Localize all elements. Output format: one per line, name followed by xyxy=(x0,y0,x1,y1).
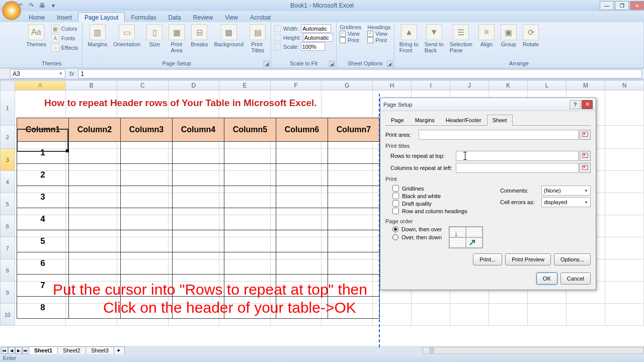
formula-input[interactable] xyxy=(78,69,642,78)
row-header-7[interactable]: 7 xyxy=(0,237,15,259)
errors-select[interactable]: displayed▼ xyxy=(541,197,591,207)
send-back-button[interactable]: ▼Send toBack xyxy=(423,23,446,54)
size-button[interactable]: ▯Size xyxy=(144,23,165,48)
col-header-I[interactable]: I xyxy=(412,80,450,90)
table-header[interactable]: Column7 xyxy=(328,118,380,142)
tab-review[interactable]: Review xyxy=(187,13,219,22)
table-header[interactable]: Column3 xyxy=(121,118,173,142)
chevron-down-icon[interactable]: ▾ xyxy=(49,2,57,10)
table-cell[interactable]: 5 xyxy=(17,230,69,252)
row-header-8[interactable]: 8 xyxy=(0,259,15,282)
sheet-nav-first[interactable]: ⏮ xyxy=(1,347,8,354)
table-cell[interactable] xyxy=(276,186,328,208)
rotate-button[interactable]: ⟳Rotate xyxy=(521,23,541,48)
table-cell[interactable] xyxy=(224,208,276,230)
gridlines-print-check[interactable] xyxy=(340,37,346,43)
selection-pane-button[interactable]: ☰SelectionPane xyxy=(448,23,474,54)
table-cell[interactable] xyxy=(173,230,224,252)
rows-repeat-input[interactable] xyxy=(456,151,579,161)
width-input[interactable] xyxy=(301,24,331,33)
table-header[interactable]: Column1 xyxy=(17,118,69,142)
row-header-5[interactable]: 5 xyxy=(0,193,15,215)
horizontal-scrollbar[interactable] xyxy=(423,347,644,354)
align-button[interactable]: ≡Align xyxy=(476,23,497,48)
table-cell[interactable] xyxy=(328,208,380,230)
table-cell[interactable] xyxy=(276,252,328,275)
sheet-tab-2[interactable]: Sheet2 xyxy=(57,346,86,354)
dlg-options-button[interactable]: Options... xyxy=(554,253,591,265)
row-header-1[interactable]: 1 xyxy=(0,90,15,126)
table-cell[interactable]: 6 xyxy=(17,252,69,275)
group-button[interactable]: ▣Group xyxy=(499,23,519,48)
table-cell[interactable] xyxy=(121,186,173,208)
col-header-G[interactable]: G xyxy=(321,80,373,90)
gridlines-view-check[interactable] xyxy=(340,31,346,37)
tab-acrobat[interactable]: Acrobat xyxy=(244,13,277,22)
sheet-tab-3[interactable]: Sheet3 xyxy=(86,346,114,354)
dlg-tab-margins[interactable]: Margins xyxy=(410,115,440,126)
table-cell[interactable] xyxy=(328,142,380,164)
table-cell[interactable]: 4 xyxy=(17,208,69,230)
print-titles-button[interactable]: ▤PrintTitles xyxy=(248,23,268,54)
table-cell[interactable] xyxy=(328,252,380,275)
sheet-tab-1[interactable]: Sheet1 xyxy=(29,346,58,354)
table-cell[interactable] xyxy=(69,230,121,252)
redo-icon[interactable]: ↷ xyxy=(27,2,35,10)
table-cell[interactable] xyxy=(224,252,276,275)
col-header-H[interactable]: H xyxy=(373,80,412,90)
table-cell[interactable] xyxy=(121,164,173,186)
table-cell[interactable] xyxy=(224,186,276,208)
col-header-D[interactable]: D xyxy=(169,80,220,90)
print-area-range-button[interactable] xyxy=(580,130,591,140)
table-cell[interactable]: 1 xyxy=(17,142,69,164)
table-header[interactable]: Column6 xyxy=(276,118,328,142)
bw-check[interactable] xyxy=(392,193,399,199)
col-header-K[interactable]: K xyxy=(489,80,528,90)
bring-front-button[interactable]: ▲Bring toFront xyxy=(397,23,421,54)
draft-check[interactable] xyxy=(392,200,399,207)
sheetopt-launcher[interactable]: ◢ xyxy=(387,61,393,67)
tab-home[interactable]: Home xyxy=(23,13,51,22)
table-cell[interactable] xyxy=(224,142,276,164)
headings-view-check[interactable] xyxy=(367,31,373,37)
dlg-tab-header-footer[interactable]: Header/Footer xyxy=(440,115,487,126)
cancel-button[interactable]: Cancel xyxy=(560,273,591,285)
cols-repeat-input[interactable] xyxy=(456,163,579,173)
down-over-radio[interactable]: Down, then over xyxy=(392,226,442,232)
table-cell[interactable] xyxy=(173,186,224,208)
tab-page-layout[interactable]: Page Layout xyxy=(78,12,125,22)
table-cell[interactable] xyxy=(69,208,121,230)
comments-select[interactable]: (None)▼ xyxy=(541,186,591,196)
table-cell[interactable] xyxy=(69,142,121,164)
table-cell[interactable] xyxy=(276,208,328,230)
col-header-B[interactable]: B xyxy=(66,80,117,90)
pagesetup-launcher[interactable]: ◢ xyxy=(264,61,270,67)
row-header-9[interactable]: 9 xyxy=(0,282,15,304)
tab-formulas[interactable]: Formulas xyxy=(125,13,162,22)
row-header-6[interactable]: 6 xyxy=(0,215,15,237)
row-header-2[interactable]: 2 xyxy=(0,126,15,149)
col-header-N[interactable]: N xyxy=(605,80,644,90)
table-cell[interactable] xyxy=(121,208,173,230)
rch-check[interactable] xyxy=(392,208,399,214)
dialog-titlebar[interactable]: Page Setup ? ✕ xyxy=(380,98,596,111)
row-header-4[interactable]: 4 xyxy=(0,171,15,193)
table-cell[interactable] xyxy=(328,186,380,208)
breaks-button[interactable]: ⊟Breaks xyxy=(189,23,210,48)
fonts-button[interactable]: AFonts xyxy=(50,34,79,43)
print-area-button[interactable]: ▦PrintArea xyxy=(167,23,187,54)
table-cell[interactable] xyxy=(173,164,224,186)
col-header-A[interactable]: A xyxy=(15,80,66,90)
col-header-M[interactable]: M xyxy=(567,80,605,90)
select-all-corner[interactable] xyxy=(0,80,15,90)
table-cell[interactable] xyxy=(276,142,328,164)
table-cell[interactable]: 2 xyxy=(17,164,69,186)
scale-input[interactable] xyxy=(301,42,325,51)
tab-view[interactable]: View xyxy=(219,13,244,22)
table-cell[interactable] xyxy=(173,252,224,275)
table-cell[interactable] xyxy=(69,164,121,186)
col-header-F[interactable]: F xyxy=(271,80,322,90)
col-header-L[interactable]: L xyxy=(528,80,567,90)
table-cell[interactable] xyxy=(328,230,380,252)
table-cell[interactable] xyxy=(328,164,380,186)
